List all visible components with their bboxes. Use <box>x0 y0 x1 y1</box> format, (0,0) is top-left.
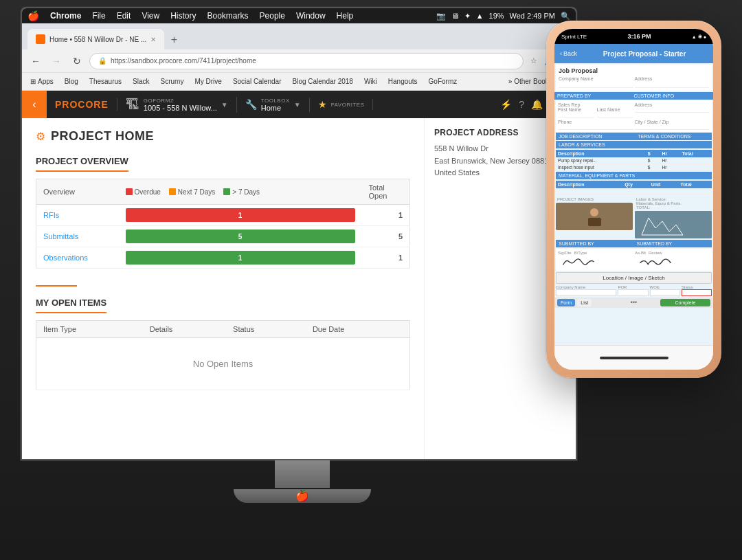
bookmark-hangouts[interactable]: Hangouts <box>385 76 420 87</box>
jp-labor-header-row: Description $ Hr Total <box>556 150 712 157</box>
help-menu-item[interactable]: Help <box>337 11 354 21</box>
jp-form-fields: Company Name Address <box>559 76 709 88</box>
people-menu-item[interactable]: People <box>260 11 285 21</box>
legend-overdue-label: Overdue <box>135 188 161 196</box>
toolbox-value: Home <box>261 104 290 112</box>
jp-images-row: PROJECT IMAGES Labor & Service:Material <box>556 196 712 238</box>
forward-button[interactable]: → <box>48 53 65 69</box>
bookmark-blogcal-label: Blog Calendar 2018 <box>292 78 352 85</box>
observations-label-cell: Observations <box>36 247 119 269</box>
chart-legend: Overdue Next 7 Days <box>126 188 355 196</box>
list-button[interactable]: List <box>577 299 592 306</box>
jp-woe-field: WOE <box>650 285 680 296</box>
tab-close-button[interactable]: ✕ <box>150 36 156 43</box>
jp-company-row: Company Name POR WOE Status <box>556 285 712 296</box>
observations-bar-row: 1 <box>126 251 355 265</box>
bookmark-thesaurus[interactable]: Thesaurus <box>87 76 124 87</box>
bookmark-more-label: » <box>508 78 513 85</box>
phone-content-area[interactable]: Job Proposal Company Name Address <box>554 63 713 345</box>
notifications-icon[interactable]: 🔔 <box>531 99 543 110</box>
bookmarks-menu-item[interactable]: Bookmarks <box>207 11 249 21</box>
equipment-image <box>635 211 712 238</box>
bookmark-apps[interactable]: ⊞ Apps <box>27 76 56 87</box>
observations-link[interactable]: Observations <box>43 254 88 262</box>
settings-gear-icon[interactable]: ⚙ <box>36 130 45 143</box>
form-button[interactable]: Form <box>557 299 575 306</box>
search-icon[interactable]: 🔍 <box>561 12 570 21</box>
bookmark-hangouts-label: Hangouts <box>388 78 418 85</box>
edit-menu-item[interactable]: Edit <box>117 11 131 21</box>
legend-next7-label: Next 7 Days <box>178 188 215 196</box>
bookmark-blog[interactable]: Blog <box>62 76 81 87</box>
jp-sig2: As-Blt Review <box>635 251 710 269</box>
file-menu-item[interactable]: File <box>92 11 105 21</box>
procore-logo[interactable]: PROCORE <box>55 99 109 110</box>
carrier-label: Sprint LTE <box>561 34 587 40</box>
chrome-address-bar: ← → ↻ 🔒 https://sandbox.procore.com/7411… <box>22 49 576 73</box>
view-menu-item[interactable]: View <box>142 11 159 21</box>
datetime-display: Wed 2:49 PM <box>510 12 555 20</box>
goformz-dropdown-icon[interactable]: ▼ <box>221 101 228 109</box>
overview-col-header: Overview <box>36 179 119 205</box>
table-row: Inspect hose input $ Hr <box>556 164 712 171</box>
jp-signatures-section: Sig/Dte B/Type As-Blt <box>556 249 712 271</box>
chrome-menu-item[interactable]: Chrome <box>50 11 81 21</box>
apple-menu-icon[interactable]: 🍎 <box>27 10 39 21</box>
bookmark-wiki[interactable]: Wiki <box>361 76 380 87</box>
power-icon[interactable]: ⚡ <box>500 99 512 110</box>
more-options-button[interactable]: ••• <box>609 299 659 306</box>
monitor: 🍎 Chrome File Edit View History Bookmark… <box>21 7 584 515</box>
url-bar[interactable]: 🔒 https://sandbox.procore.com/7411/proje… <box>89 53 524 69</box>
help-icon[interactable]: ? <box>519 99 524 110</box>
goformz-value: 1005 - 558 N Willow... <box>144 104 217 112</box>
phone-nav-title: Project Proposal - Starter <box>581 50 708 58</box>
favorites-nav-section[interactable]: ★ FAVORITES <box>310 99 374 110</box>
toolbox-info: TOOLBOX Home <box>261 98 290 112</box>
bookmark-scrumy[interactable]: Scrumy <box>158 76 187 87</box>
bookmark-star-icon[interactable]: ☆ <box>528 55 540 67</box>
jp-location-button[interactable]: Location / Image / Sketch <box>556 272 712 284</box>
home-indicator[interactable] <box>600 357 668 359</box>
back-button[interactable]: ← <box>27 53 44 69</box>
jp-labor-section: LABOR & SERVICES Description $ Hr Total <box>556 141 712 171</box>
complete-button[interactable]: Complete <box>660 299 710 306</box>
rfis-link[interactable]: RFIs <box>43 211 59 219</box>
nav-toggle-button[interactable]: ‹ <box>22 91 47 118</box>
jp-contact-section: Sales Rep First Name Last Name <box>556 100 712 132</box>
bookmark-socialcal-label: Social Calendar <box>233 78 282 85</box>
jp-cn-field: Company Name <box>556 285 616 296</box>
jp-phone-field: Phone <box>558 120 633 130</box>
submittals-link[interactable]: Submittals <box>43 232 78 240</box>
jp-image-2 <box>635 211 712 238</box>
apps-icon: ⊞ <box>30 78 36 85</box>
no-items-message: No Open Items <box>36 338 410 390</box>
toolbox-dropdown-icon[interactable]: ▼ <box>294 101 301 109</box>
phone-back-button[interactable]: ‹ Back <box>560 50 577 57</box>
project-home-panel: ⚙ PROJECT HOME PROJECT OVERVIEW Overview <box>22 118 425 459</box>
overview-section-title: PROJECT OVERVIEW <box>36 156 128 172</box>
bookmark-socialcal[interactable]: Social Calendar <box>230 76 284 87</box>
building-icon: 🏗 <box>126 97 139 113</box>
phone-status-icons: ▲ ◉ ● <box>692 34 706 39</box>
submittals-bar-cell: 5 <box>119 226 362 247</box>
observations-bar-cell: 1 <box>119 247 362 269</box>
chrome-tab-active[interactable]: Home • 558 N Willow Dr - NE ... ✕ <box>27 29 164 49</box>
history-menu-item[interactable]: History <box>170 11 196 21</box>
procore-navbar: ‹ PROCORE 🏗 GOFORMZ 1005 - 558 N Willow.… <box>22 91 576 118</box>
jp-prepared-row: PREPARED BY CUSTOMER INFO <box>554 92 713 100</box>
bookmark-blogcal[interactable]: Blog Calendar 2018 <box>289 76 355 87</box>
bookmark-goformz[interactable]: GoFormz <box>426 76 460 87</box>
reload-button[interactable]: ↻ <box>69 53 85 69</box>
window-menu-item[interactable]: Window <box>296 11 326 21</box>
jp-labor-table: Description $ Hr Total Pump spray repai.… <box>556 150 712 171</box>
tab-favicon <box>36 34 45 44</box>
star-icon: ★ <box>318 99 327 110</box>
signature-2-svg <box>635 256 676 268</box>
bookmark-slack[interactable]: Slack <box>130 76 152 87</box>
chrome-browser: Home • 558 N Willow Dr - NE ... ✕ + ← → … <box>22 23 576 459</box>
new-tab-button[interactable]: + <box>164 30 183 49</box>
bookmark-wiki-label: Wiki <box>364 78 377 85</box>
job-proposal-title: Job Proposal <box>559 67 709 74</box>
goformz-info: GOFORMZ 1005 - 558 N Willow... <box>144 98 217 112</box>
bookmark-mydrive[interactable]: My Drive <box>192 76 224 87</box>
